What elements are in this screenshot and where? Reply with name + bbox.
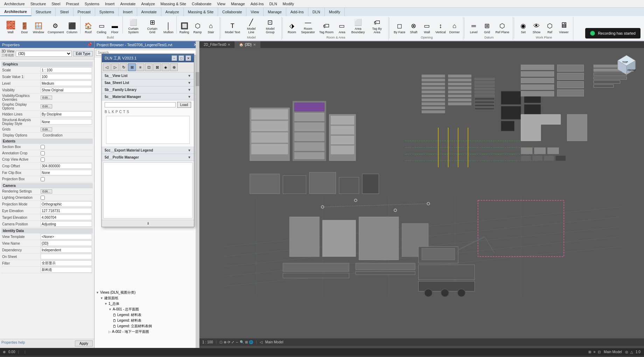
status-icon-4[interactable]: ◎ [625, 350, 628, 354]
menu-structure[interactable]: Structure [28, 1, 49, 7]
dialog-close-btn[interactable]: ✕ [186, 55, 191, 61]
room-separator-button[interactable]: — Room Separator [299, 17, 317, 35]
tab-3d[interactable]: 🏠 {3D} ✕ [235, 41, 260, 48]
menu-collaborate[interactable]: Collaborate [189, 1, 214, 7]
properties-help-link[interactable]: Properties help [1, 341, 25, 346]
status-icon-2[interactable]: ≡ [594, 350, 596, 354]
railing-button[interactable]: 🔲 Railing [178, 20, 191, 35]
dormer-button[interactable]: ⌂ Dormer [448, 20, 461, 35]
graphics-section-header[interactable]: Graphics [1, 62, 93, 67]
graphic-display-edit[interactable]: Edit... [41, 104, 52, 108]
menu-systems[interactable]: Systems [82, 1, 102, 7]
mat-letter-s[interactable]: S [127, 110, 129, 114]
tab-collaborate[interactable]: Collaborate [218, 8, 246, 16]
area-button[interactable]: ▭ Area [336, 20, 348, 35]
model-text-button[interactable]: T Model Text [224, 20, 241, 35]
mat-letter-k[interactable]: K [112, 110, 114, 114]
menu-analyze[interactable]: Analyze [138, 1, 158, 7]
menu-precast[interactable]: Precast [63, 1, 82, 7]
annotation-crop-checkbox[interactable] [41, 151, 45, 155]
dln-tool-btn-0[interactable]: ◁ [103, 63, 111, 71]
stair-button[interactable]: ⌂ Stair [205, 20, 217, 35]
menu-addins[interactable]: Add-Ins [248, 1, 267, 7]
status-icon-1[interactable]: ⊞ [588, 350, 591, 354]
mat-letter-p[interactable]: P [115, 110, 118, 114]
door-button[interactable]: 🚪 Door [18, 20, 31, 35]
load-button[interactable]: Load [177, 102, 191, 108]
room-button[interactable]: ⬗ Room [286, 20, 298, 35]
menu-modify[interactable]: Modify [280, 1, 297, 7]
tree-legend-1[interactable]: 🗒 Legend: 材料表 [96, 312, 198, 318]
material-input[interactable] [105, 102, 176, 107]
section-sheet-list[interactable]: 5aa_Sheet List ▼ [102, 79, 194, 86]
identity-section-header[interactable]: Identity Data [1, 228, 93, 233]
view-ctrl-icon-7[interactable]: ⊞ [245, 340, 248, 344]
floor-button[interactable]: ▬ Floor [108, 20, 121, 35]
menu-architecture[interactable]: Architecture [1, 1, 28, 7]
tree-legend-3[interactable]: 🗒 Legend: 立面材料表例 [96, 323, 198, 329]
ref-plane-button[interactable]: ⬡ Ref Plane [494, 20, 511, 35]
vertical-button[interactable]: ↕ Vertical [434, 20, 447, 35]
status-icon-3[interactable]: ⊡ [598, 350, 601, 354]
menu-manage[interactable]: Manage [228, 1, 248, 7]
browser-scrollbar[interactable] [196, 41, 199, 348]
ceiling-button[interactable]: ▭ Ceiling [95, 20, 108, 35]
tab-dln[interactable]: DLN [308, 8, 325, 16]
view-ctrl-icon-4[interactable]: ⤢ [231, 340, 234, 344]
vis-graphics-edit[interactable]: Edit... [41, 96, 52, 100]
rendering-edit[interactable]: Edit... [41, 189, 52, 194]
grids-edit[interactable]: Edit... [41, 127, 52, 132]
tree-sheets-header[interactable]: ▼ 建筑面纸 [96, 295, 198, 301]
tree-a001[interactable]: ▼ A-001 - 总平面图 [96, 307, 198, 312]
mat-letter-c[interactable]: C [119, 110, 122, 114]
wall-button[interactable]: 🧱 Wall [4, 19, 18, 35]
wall-opening-button[interactable]: ▭ Wall [421, 20, 433, 35]
view-ctrl-icon-2[interactable]: ⊕ [224, 340, 226, 344]
column-button[interactable]: ⬛ Column [65, 20, 79, 35]
properties-pin-icon[interactable]: 📌 [87, 42, 92, 47]
dln-tool-btn-4[interactable]: ≡ [136, 63, 144, 71]
mat-letter-b[interactable]: B [105, 110, 107, 114]
tab-view[interactable]: View [246, 8, 264, 16]
tab-addins[interactable]: Add-Ins [286, 8, 308, 16]
view-ctrl-icon-8[interactable]: 🌐 [249, 340, 253, 344]
mat-letter-t[interactable]: T [123, 110, 125, 114]
section-view-list[interactable]: 5a__View List ▼ [102, 72, 194, 79]
view-ctrl-icon-5[interactable]: ↔ [235, 340, 239, 344]
model-group-button[interactable]: ⊡ Model Group [261, 17, 279, 35]
tree-views-header[interactable]: ▼ Views (DLN_视图分类) [96, 290, 198, 295]
crop-active-checkbox[interactable] [41, 158, 45, 162]
tab-2d-filter[interactable]: 2D_FilterTest0 ✕ [200, 41, 235, 48]
eye-elevation-value[interactable]: 127.718731 [41, 208, 92, 214]
dialog-maximize-btn[interactable]: □ [178, 55, 184, 61]
view-ctrl-icon-1[interactable]: ☖ [219, 340, 223, 344]
model-line-button[interactable]: ╱ Model Line [242, 17, 260, 35]
roof-button[interactable]: 🏠 Roof [82, 20, 94, 35]
curtain-grid-button[interactable]: ⊞ Curtain Grid [143, 17, 161, 35]
projection-box-checkbox[interactable] [41, 177, 45, 181]
dln-tool-btn-2[interactable]: ↻ [120, 63, 127, 71]
status-icon-6[interactable]: 1:0 [636, 350, 640, 354]
edit-type-button[interactable]: Edit Type [73, 51, 93, 56]
shaft-button[interactable]: ⊗ Shaft [407, 20, 420, 35]
tree-legend-2[interactable]: 🗒 Legend: 材料表 [96, 318, 198, 323]
curtain-system-button[interactable]: ⬜ Curtain System [124, 17, 142, 35]
lighting-checkbox[interactable] [41, 196, 45, 200]
view-ctrl-icon-6[interactable]: 🔍 [240, 340, 244, 344]
camera-section-header[interactable]: Camera [1, 183, 93, 188]
viewport-canvas[interactable]: TOP FRONT 1 : 100 | ☖ ⊕ ⟳ ⤢ ↔ 🔍 ⊞ [200, 48, 644, 346]
section-box-checkbox[interactable] [41, 145, 45, 149]
dialog-minimize-btn[interactable]: − [172, 55, 177, 61]
section-export-legend[interactable]: 5cc__Export Material Legend ▼ [102, 147, 194, 154]
area-boundary-button[interactable]: ⬜ Area Boundary [349, 17, 367, 35]
nav-cube[interactable]: TOP FRONT [612, 52, 640, 80]
set-button[interactable]: ◉ Set [517, 20, 530, 35]
apply-button[interactable]: Apply [75, 341, 93, 346]
tag-room-button[interactable]: 🏷 Tag Room [318, 20, 335, 35]
tree-a002[interactable]: ▷ A-002 - 地下一层平面图 [96, 329, 198, 335]
dln-tool-btn-6[interactable]: ⊠ [153, 63, 161, 71]
component-button[interactable]: ⚙ Component [46, 20, 64, 35]
scale-val-value[interactable]: 100 [41, 74, 92, 79]
crop-offset-value[interactable]: 304.800000 [41, 163, 92, 169]
menu-view[interactable]: View [214, 1, 228, 7]
